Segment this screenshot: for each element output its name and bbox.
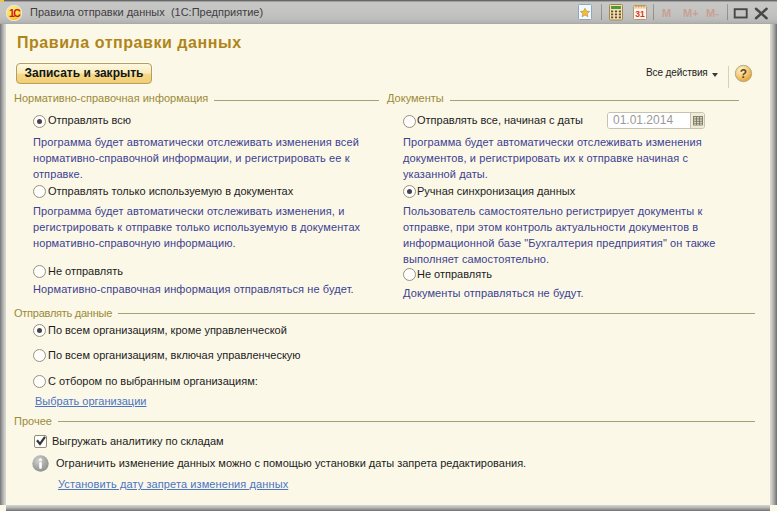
svg-text:31: 31	[635, 9, 645, 19]
svg-text:?: ?	[740, 67, 747, 81]
